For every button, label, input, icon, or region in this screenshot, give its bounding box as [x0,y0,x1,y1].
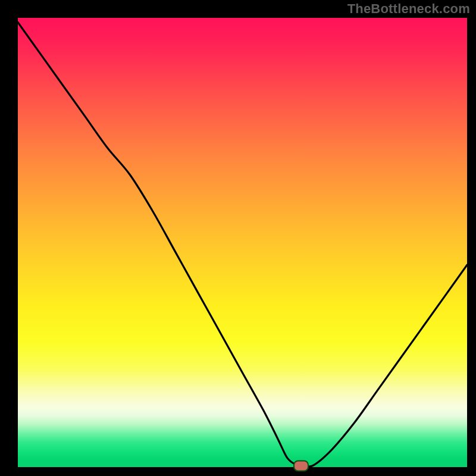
optimum-marker [293,461,309,472]
chart-frame: TheBottleneck.com [0,0,476,476]
bottleneck-curve [18,18,467,467]
plot-area [18,18,467,467]
attribution-text: TheBottleneck.com [347,1,470,17]
